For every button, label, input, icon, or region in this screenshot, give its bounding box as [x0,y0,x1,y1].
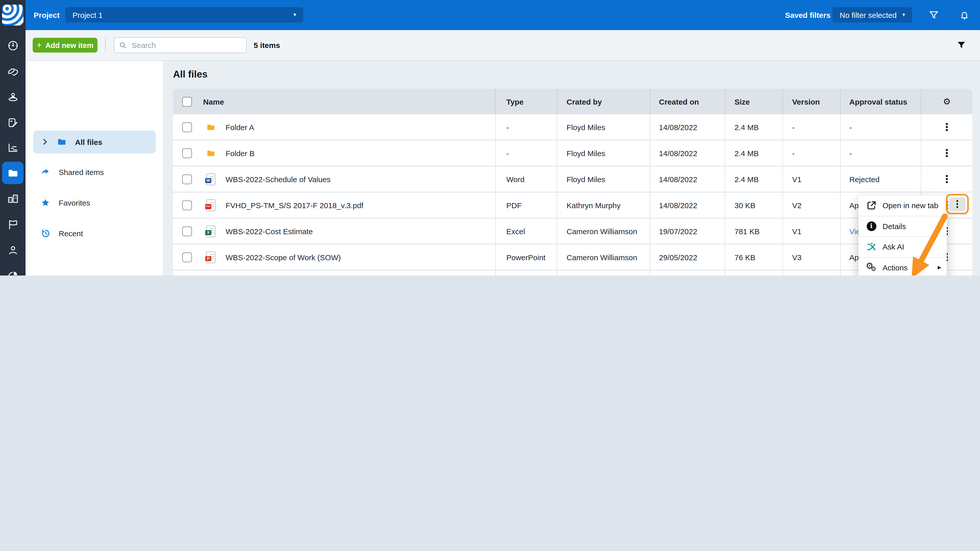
toolbar-divider [105,38,106,52]
cell-name: IMG_0010.jepg [173,270,495,275]
cell-actions [921,166,972,192]
items-count: 5 items [254,30,280,60]
cell-name: XWBS-2022-Cost Estimate [173,218,495,244]
column-header-version[interactable]: Version [783,89,840,114]
file-type-icon [205,149,216,157]
row-checkbox[interactable] [182,122,192,132]
cell-name: PDFFVHD_PS-TM_S/S 2017-F 2018_v.3.pdf [173,192,495,218]
file-name[interactable]: Folder B [226,149,255,157]
rail-item-person-icon[interactable] [0,240,25,260]
menu-item-ask-ai[interactable]: Ask AI [859,237,947,257]
file-name[interactable]: Folder A [226,123,254,131]
sidebar-item-label: Shared items [59,168,104,176]
rail-item-site-location-icon[interactable] [0,87,25,107]
column-header-name[interactable]: Name [173,89,495,114]
cell-actions [921,114,972,140]
star-icon [40,198,51,207]
cell-actions [921,140,972,166]
row-checkbox[interactable] [182,174,192,184]
search-input[interactable] [130,40,242,50]
menu-item-actions[interactable]: ⚙⚙Actions▶ [859,257,947,275]
rail-item-pie-chart-icon[interactable] [0,265,25,275]
table-row[interactable]: Folder A-Floyd Miles14/08/20222.4 MB-- [173,114,972,140]
table-filter-icon[interactable] [953,30,969,60]
row-actions-highlight[interactable] [946,194,969,214]
rail-item-document-approval-icon[interactable] [0,112,25,133]
menu-item-details[interactable]: iDetails [859,216,947,237]
files-nav-panel: All filesShared itemsFavoritesRecent ‹ [25,60,163,275]
cell-created-by: Cameron Williamson [557,245,650,270]
gear-icon[interactable]: ⚙ [943,97,951,106]
project-select[interactable]: Project 1 ▼ [65,7,303,22]
buildings-icon [7,192,19,204]
cell-version: V1 [783,270,840,275]
rail-item-buildings-icon[interactable] [0,188,25,209]
table-row[interactable]: WWBS-2022-Schedule of ValuesWordFloyd Mi… [173,166,972,192]
cell-size: 2 MB [725,270,783,275]
approval-status-value: - [850,149,852,157]
sidebar-item-label: Favorites [59,198,90,207]
row-checkbox[interactable] [182,148,192,158]
menu-item-open-in-new-tab[interactable]: Open in new tab [859,195,947,216]
column-header-created-by[interactable]: Crated by [557,89,650,114]
rail-item-dashboard-icon[interactable] [0,35,25,56]
cell-size: 2.4 MB [725,166,783,192]
rail-item-flag-icon[interactable] [0,214,25,235]
rail-item-chart-icon[interactable] [0,137,25,158]
table-row[interactable]: XWBS-2022-Cost EstimateExcelCameron Will… [173,218,972,245]
sidebar-item-label: All files [75,138,102,146]
cell-name: WWBS-2022-Schedule of Values [173,166,495,192]
file-name[interactable]: WBS-2022-Schedule of Values [226,175,331,183]
cell-created-by: Floyd Miles [557,166,650,192]
saved-filter-value: No filter selected [840,11,897,19]
table-header: Name Type Crated by Created on Size Vers… [173,89,972,114]
column-header-size[interactable]: Size [725,89,783,114]
file-name[interactable]: WBS-2022-Scope of Work (SOW) [226,253,341,262]
sidebar-item-favorites[interactable]: Favorites [25,190,163,215]
filter-icon[interactable] [926,0,941,30]
saved-filter-select[interactable]: No filter selected ▼ [832,7,912,22]
cell-created-on: 14/08/2022 [650,114,725,140]
kebab-menu-icon[interactable] [943,173,951,185]
row-checkbox[interactable] [182,252,192,262]
rail-item-tags-icon[interactable] [0,61,25,82]
chevron-right-icon[interactable] [41,138,49,145]
cell-created-on: 19/07/2022 [650,218,725,244]
column-header-type[interactable]: Type [495,89,557,114]
notifications-bell-icon[interactable] [957,0,971,30]
file-type-icon: P [205,251,216,263]
approval-status-value: - [850,123,852,131]
column-header-created-on[interactable]: Created on [650,89,725,114]
select-all-checkbox[interactable] [182,97,192,106]
cell-name: PWBS-2022-Scope of Work (SOW) [173,245,495,270]
kebab-menu-icon[interactable] [949,197,966,211]
sidebar-item-label: Recent [59,229,83,238]
row-checkbox[interactable] [182,200,192,210]
file-type-icon: PDF [205,199,216,211]
chart-icon [7,141,19,153]
add-new-item-button[interactable]: + Add new item [33,38,97,52]
sidebar-item-recent[interactable]: Recent [25,221,163,245]
cell-approval-status: - [840,140,921,166]
row-checkbox[interactable] [182,226,192,236]
file-name[interactable]: WBS-2022-Cost Estimate [226,227,313,235]
app-logo[interactable] [2,5,24,25]
table-row[interactable]: PWBS-2022-Scope of Work (SOW)PowerPointC… [173,245,972,270]
cell-created-on: 14/08/2022 [650,166,725,192]
table-row[interactable]: IMG_0010.jepgJEPGSavannah Nguyen12/05/20… [173,270,972,275]
cell-size: 2.4 MB [725,140,783,166]
table-row[interactable]: Folder B-Floyd Miles14/08/20222.4 MB-- [173,140,972,166]
cell-version: V3 [783,245,840,270]
sidebar-item-all-files[interactable]: All files [25,130,163,154]
sidebar-item-shared-items[interactable]: Shared items [25,160,163,184]
file-name[interactable]: FVHD_PS-TM_S/S 2017-F 2018_v.3.pdf [226,201,363,210]
column-settings[interactable]: ⚙ [921,89,972,114]
kebab-menu-icon[interactable] [943,147,951,159]
table-row[interactable]: PDFFVHD_PS-TM_S/S 2017-F 2018_v.3.pdfPDF… [173,192,972,218]
kebab-menu-icon[interactable] [943,121,951,133]
column-header-approval-status[interactable]: Approval status [840,89,921,114]
open-in-new-tab-icon [865,200,877,211]
chevron-down-icon: ▼ [901,12,906,17]
rail-item-files-icon[interactable] [0,163,25,183]
search-box [114,37,247,53]
